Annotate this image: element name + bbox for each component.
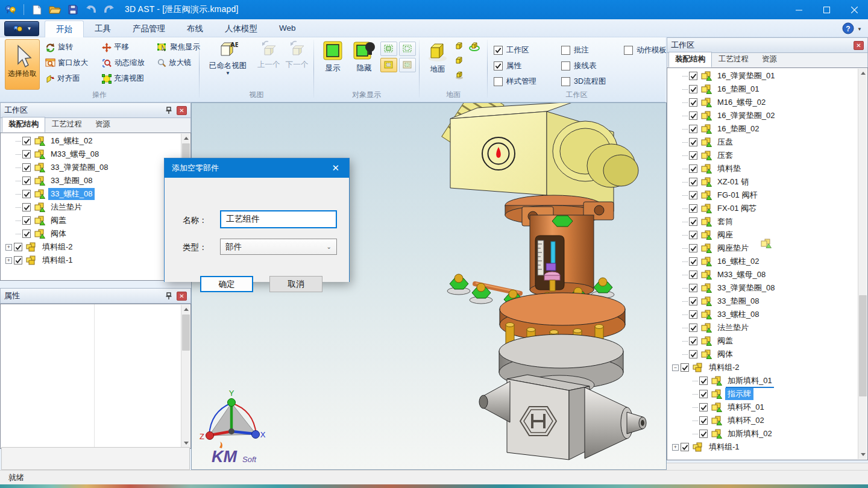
tree-item-checkbox[interactable] [681,363,689,372]
tree-item[interactable]: 法兰垫片 [1,201,181,214]
ribbon-tab-3[interactable]: 布线 [176,20,214,37]
tree-item[interactable]: 33_螺柱_08 [667,308,858,321]
tree-item-checkbox[interactable] [14,243,22,251]
tree-item-checkbox[interactable] [22,137,31,145]
tree-item-checkbox[interactable] [22,216,31,225]
open-file-icon[interactable] [48,3,62,16]
tree-item[interactable]: M16_螺母_02 [667,96,858,109]
tree-item-checkbox[interactable] [689,284,697,292]
tree-item[interactable]: 阀盖 [1,214,181,227]
show-button[interactable]: 显示 [319,40,347,74]
tree-item[interactable]: 套筒 [667,215,858,228]
tree-item[interactable]: 16_垫圈_02 [667,122,858,136]
tree-item[interactable]: +填料组-1 [1,254,181,267]
help-dropdown-icon[interactable]: ▼ [857,27,862,32]
tree-item[interactable]: 16_垫圈_01 [667,83,858,96]
tree-item-checkbox[interactable] [22,150,31,158]
checkbox-icon[interactable] [561,77,570,86]
panel-tab-2[interactable]: 资源 [89,117,117,133]
tree-item-checkbox[interactable] [689,85,697,93]
tree-item[interactable]: 阀体 [667,348,858,361]
tree-item[interactable]: M33_螺母_08 [667,268,858,281]
checkbox-icon[interactable] [494,77,503,86]
tree-item[interactable]: 加斯填料_01 [667,374,858,387]
tree-item-checkbox[interactable] [689,337,697,345]
tree-item[interactable]: −填料组-2 [667,361,858,374]
next-view-button[interactable]: 下一个 [283,40,310,70]
ribbon-toggle-3[interactable]: 批注 [561,45,624,55]
tree-item[interactable]: 阀盖 [667,334,858,348]
help-icon[interactable]: ? [842,22,854,36]
tree-item-checkbox[interactable] [699,416,708,425]
ground-option-icon-3[interactable] [454,70,464,81]
focus-display-button[interactable]: 聚焦显示 [156,40,202,54]
tree-item-checkbox[interactable] [689,271,697,279]
tree-item-checkbox[interactable] [22,163,31,172]
tree-item[interactable]: 阀体 [1,227,181,240]
ok-button[interactable]: 确定 [200,276,253,292]
ribbon-tab-1[interactable]: 工具 [84,20,122,37]
rotate-button[interactable]: 旋转 [43,40,90,54]
ground-option-icon-1[interactable] [454,41,464,52]
type-select[interactable]: 部件 ⌄ [220,239,337,255]
tree-item[interactable]: FX-01 阀芯 [667,202,858,215]
checkbox-icon[interactable] [624,46,633,55]
scroll-up-icon[interactable] [181,305,190,314]
tree-item[interactable]: 33_垫圈_08 [667,295,858,308]
undo-icon[interactable] [84,3,98,16]
tree-item[interactable]: 16_螺柱_02 [667,255,858,268]
tree-item[interactable]: 填料环_01 [667,401,858,414]
ground-option-icon-4[interactable] [469,41,480,53]
tree-item-checkbox[interactable] [22,230,31,238]
close-button[interactable] [840,0,868,19]
checkbox-icon[interactable] [494,46,503,55]
tree-item[interactable]: 压盘 [667,136,858,149]
tree-item-checkbox[interactable] [689,72,697,80]
pin-icon[interactable] [164,105,174,115]
minimize-button[interactable] [785,0,813,19]
tree-item-checkbox[interactable] [689,111,697,120]
previous-view-button[interactable]: 上一个 [255,40,282,70]
tree-item-checkbox[interactable] [689,98,697,107]
dynamic-zoom-button[interactable]: 动态缩放 [100,56,146,70]
panel-tab-0[interactable]: 装配结构 [668,52,712,67]
collapse-icon[interactable]: − [672,364,679,371]
tree-item[interactable]: 填料环_02 [667,414,858,427]
checkbox-icon[interactable] [561,46,570,55]
ribbon-tab-2[interactable]: 产品管理 [122,20,176,37]
scrollbar-thumb[interactable] [182,314,190,351]
ribbon-toggle-1[interactable]: 属性 [494,61,561,71]
tree-item-checkbox[interactable] [689,324,697,332]
tree-item[interactable]: 33_弹簧垫圈_08 [667,281,858,295]
app-menu-button[interactable]: ▼ [4,21,39,36]
pan-button[interactable]: 平移 [100,40,146,54]
scroll-up-icon[interactable] [181,134,190,143]
tree-item-checkbox[interactable] [22,190,31,198]
dialog-close-icon[interactable]: ✕ [329,163,342,174]
ground-button[interactable]: 地面 [423,40,452,75]
hide-button[interactable]: 隐藏 [350,40,378,74]
ribbon-tab-0[interactable]: 开始 [45,20,84,37]
name-input[interactable] [220,210,337,228]
display-mode-button-4[interactable] [399,58,416,72]
tree-item-checkbox[interactable] [699,430,708,438]
tree-item-checkbox[interactable] [689,244,697,252]
ribbon-tab-4[interactable]: 人体模型 [214,20,268,37]
named-views-button[interactable]: AB 已命名视图 ▼ [203,40,253,76]
scrollbar-thumb[interactable] [859,295,867,396]
app-logo-icon[interactable] [4,3,18,16]
scroll-up-icon[interactable] [858,69,867,78]
tree-item[interactable]: 指示牌 [667,387,858,401]
tree-item-checkbox[interactable] [689,178,697,186]
ribbon-toggle-2[interactable]: 样式管理 [494,77,561,87]
tree-item-checkbox[interactable] [689,191,697,199]
left-panel-close-icon[interactable]: ✕ [177,106,187,115]
tree-item-checkbox[interactable] [689,310,697,319]
ribbon-toggle-4[interactable]: 接线表 [561,61,624,71]
tree-item[interactable]: 33_垫圈_08 [1,174,181,187]
panel-tab-0[interactable]: 装配结构 [2,117,45,133]
checkbox-icon[interactable] [494,61,503,70]
tree-item[interactable]: 压套 [667,149,858,162]
tree-item[interactable]: 33_弹簧垫圈_08 [1,161,181,174]
ground-option-icon-2[interactable] [454,55,464,67]
